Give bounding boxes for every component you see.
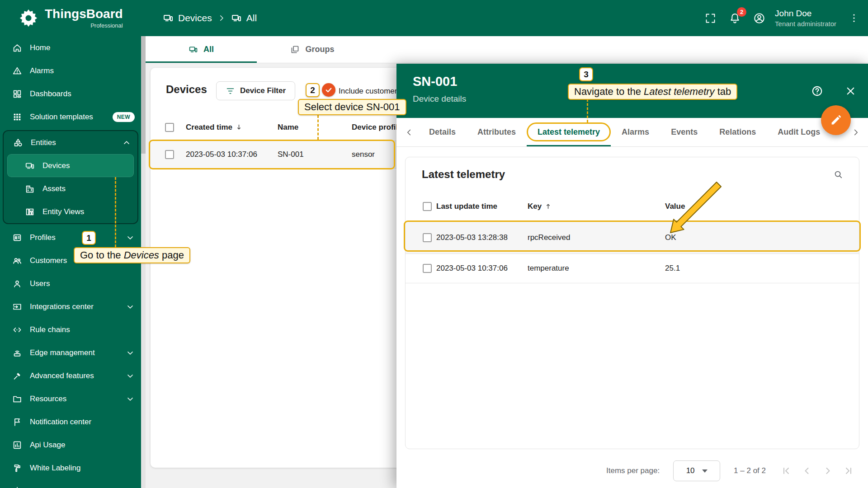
step-2-label: Select device SN-001 <box>298 99 406 115</box>
profiles-icon <box>12 233 22 243</box>
cell-key: rpcReceived <box>528 233 665 242</box>
select-all-checkbox[interactable] <box>423 202 432 211</box>
alarms-icon <box>12 66 22 76</box>
sidebar-item-alarms[interactable]: Alarms <box>0 59 141 82</box>
sidebar-item-integrations-center[interactable]: Integrations center <box>0 295 141 318</box>
cell-value: 25.1 <box>665 264 859 273</box>
breadcrumb-all[interactable]: All <box>231 13 257 23</box>
sidebar-item-label: Profiles <box>30 233 56 242</box>
annotation-arrow <box>658 178 735 245</box>
notifications-button[interactable]: 2 <box>724 8 745 28</box>
help-button[interactable] <box>807 81 827 101</box>
tab-latest-telemetry[interactable]: Latest telemetry <box>527 118 611 146</box>
next-page-button[interactable] <box>821 464 835 478</box>
sidebar-item-advanced-features[interactable]: Advanced features <box>0 364 141 387</box>
sidebar-item-label: Settings <box>30 487 57 488</box>
items-per-page-value: 10 <box>686 466 695 475</box>
sidebar-item-label: Resources <box>30 394 66 404</box>
sidebar-scrollbar-thumb[interactable] <box>141 36 146 154</box>
step-3-label: Navigate to the Latest telemetry tab <box>568 84 737 100</box>
sidebar-item-home[interactable]: Home <box>0 36 141 59</box>
sidebar-item-assets[interactable]: Assets <box>4 177 137 200</box>
previous-page-button[interactable] <box>800 464 814 478</box>
sidebar-item-settings[interactable]: Settings <box>0 479 141 488</box>
chevron-down-icon <box>126 394 135 404</box>
tab-attributes[interactable]: Attributes <box>467 118 527 146</box>
device-filter-button[interactable]: Device Filter <box>216 81 295 100</box>
search-icon <box>833 169 843 179</box>
fullscreen-icon <box>704 12 717 24</box>
sidebar-item-resources[interactable]: Resources <box>0 387 141 410</box>
telemetry-table-header: Last update time Key Value <box>406 191 859 222</box>
row-checkbox[interactable] <box>423 233 432 242</box>
tab-events[interactable]: Events <box>660 118 708 146</box>
sidebar-item-users[interactable]: Users <box>0 272 141 295</box>
sidebar-item-label: Customers <box>30 256 67 265</box>
select-all-checkbox[interactable] <box>165 123 174 132</box>
first-page-button[interactable] <box>779 464 793 478</box>
breadcrumb-label: Devices <box>178 13 212 23</box>
search-button[interactable] <box>828 164 848 184</box>
row-checkbox[interactable] <box>165 150 174 159</box>
new-badge: NEW <box>113 112 135 122</box>
tab-details[interactable]: Details <box>418 118 467 146</box>
user-avatar[interactable] <box>749 8 769 28</box>
tab-relations[interactable]: Relations <box>708 118 767 146</box>
sidebar-item-api-usage[interactable]: Api Usage <box>0 433 141 456</box>
chevron-left-icon <box>404 127 414 137</box>
devices-title: Devices <box>166 83 207 96</box>
tab-alarms[interactable]: Alarms <box>611 118 660 146</box>
telemetry-row-temperature[interactable]: 2023-05-03 10:37:06 temperature 25.1 <box>406 254 859 283</box>
sidebar-item-label: White Labeling <box>30 464 80 473</box>
sidebar-item-label: Rule chains <box>30 325 70 334</box>
sidebar-item-entity-views[interactable]: Entity Views <box>4 200 137 223</box>
tab-all[interactable]: All <box>146 36 257 63</box>
column-last-update-time[interactable]: Last update time <box>436 202 528 211</box>
last-page-button[interactable] <box>842 464 855 478</box>
tab-groups[interactable]: Groups <box>257 36 368 63</box>
cell-created-time: 2023-05-03 10:37:06 <box>186 150 278 159</box>
tab-label: Groups <box>305 45 334 54</box>
sidebar-item-solution-templates[interactable]: Solution templates NEW <box>0 105 141 128</box>
sidebar-item-label: Assets <box>42 184 66 193</box>
include-customers-label: Include customers <box>339 87 401 96</box>
sidebar-item-white-labeling[interactable]: White Labeling <box>0 456 141 479</box>
header-menu-button[interactable] <box>844 8 864 28</box>
step-1-badge: 1 <box>82 231 96 245</box>
annotation-connector-1 <box>115 177 116 247</box>
brand-edition: Professional <box>45 22 123 29</box>
row-checkbox[interactable] <box>423 264 432 273</box>
close-button[interactable] <box>840 81 860 101</box>
column-key[interactable]: Key <box>528 202 542 211</box>
chevron-right-icon <box>851 127 861 137</box>
sidebar-item-label: Edge management <box>30 348 95 357</box>
sidebar-item-entities[interactable]: Entities <box>4 131 137 154</box>
sidebar-item-notification-center[interactable]: Notification center <box>0 410 141 433</box>
sidebar-item-dashboards[interactable]: Dashboards <box>0 82 141 105</box>
breadcrumb-devices[interactable]: Devices <box>163 13 212 23</box>
edit-fab-button[interactable] <box>821 105 851 135</box>
brand-logo[interactable]: ThingsBoard Professional <box>0 8 141 29</box>
help-icon <box>811 85 823 97</box>
top-header: ThingsBoard Professional Devices All 2 <box>0 0 868 36</box>
edge-management-icon <box>12 348 22 358</box>
chevron-down-icon <box>126 302 135 311</box>
sidebar-item-label: Home <box>30 43 50 52</box>
column-created-time[interactable]: Created time <box>186 123 232 132</box>
cell-time: 2023-05-03 13:28:38 <box>436 233 528 242</box>
telemetry-row-rpcReceived[interactable]: 2023-05-03 13:28:38 rpcReceived OK <box>406 222 859 254</box>
items-per-page-select[interactable]: 10 <box>673 460 720 481</box>
sidebar-item-rule-chains[interactable]: Rule chains <box>0 318 141 341</box>
cell-key: temperature <box>528 264 665 273</box>
column-name[interactable]: Name <box>278 123 352 132</box>
step-2-check-icon <box>322 83 335 97</box>
fullscreen-button[interactable] <box>700 8 721 28</box>
sidebar-item-devices[interactable]: Devices <box>7 154 134 177</box>
user-name: John Doe <box>775 9 836 19</box>
breadcrumb-separator-icon <box>217 14 226 22</box>
tab-label: All <box>203 45 214 54</box>
tabs-scroll-left-button[interactable] <box>400 118 418 146</box>
sidebar-item-edge-management[interactable]: Edge management <box>0 341 141 364</box>
customers-icon <box>12 256 22 266</box>
sidebar-item-profiles[interactable]: Profiles <box>0 226 141 249</box>
